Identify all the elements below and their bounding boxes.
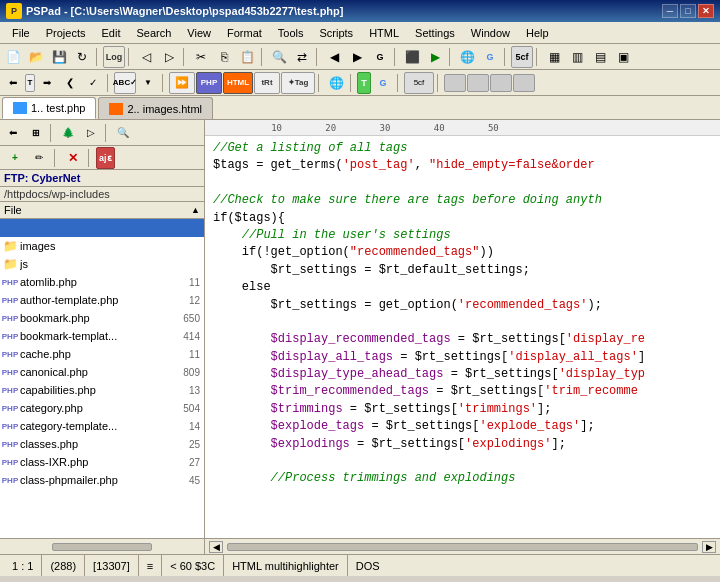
menu-view[interactable]: View xyxy=(179,22,219,43)
sep-l3 xyxy=(54,149,58,167)
undo-button[interactable]: ◁ xyxy=(135,46,157,68)
file-name: images xyxy=(20,240,172,252)
log-button[interactable]: Log xyxy=(103,46,125,68)
list-item[interactable]: PHP bookmark-templat... 414 xyxy=(0,327,204,345)
t-button[interactable]: T xyxy=(357,72,371,94)
ctag-icon[interactable]: ✦Tag xyxy=(281,72,315,94)
file-name-input[interactable] xyxy=(20,222,140,234)
view4-button[interactable]: ▣ xyxy=(612,46,634,68)
5cf-button[interactable]: 5cf xyxy=(404,72,434,94)
globe-button[interactable]: 🌐 xyxy=(325,72,347,94)
tab-test-php[interactable]: 1.. test.php xyxy=(2,97,96,119)
view-btn-c[interactable] xyxy=(490,74,512,92)
stop-button[interactable]: ⬛ xyxy=(401,46,423,68)
browser-button[interactable]: 🌐 xyxy=(456,46,478,68)
tag-icon[interactable]: tRt xyxy=(254,72,280,94)
paste-button[interactable]: 📋 xyxy=(236,46,258,68)
menu-format[interactable]: Format xyxy=(219,22,270,43)
view2-button[interactable]: ▥ xyxy=(566,46,588,68)
list-item[interactable]: PHP category-template... 14 xyxy=(0,417,204,435)
menu-settings[interactable]: Settings xyxy=(407,22,463,43)
new-button[interactable]: 📄 xyxy=(2,46,24,68)
cut-button[interactable]: ✂ xyxy=(190,46,212,68)
prev-button[interactable]: ◀ xyxy=(323,46,345,68)
scroll-left-button[interactable]: ◀ xyxy=(209,541,223,553)
separator-9 xyxy=(536,48,540,66)
next-button[interactable]: ▶ xyxy=(346,46,368,68)
left-tree-icon[interactable]: 🌲 xyxy=(57,122,79,144)
view3-button[interactable]: ▤ xyxy=(589,46,611,68)
refresh-button[interactable]: ↻ xyxy=(71,46,93,68)
menu-window[interactable]: Window xyxy=(463,22,518,43)
menu-file[interactable]: File xyxy=(4,22,38,43)
char-count: (288) xyxy=(42,555,85,576)
indent-button[interactable]: ⬅ xyxy=(2,72,24,94)
file-sort-icon[interactable]: ▲ xyxy=(191,205,200,215)
scroll-right-button[interactable]: ▶ xyxy=(702,541,716,553)
file-name: canonical.php xyxy=(20,366,172,378)
view-btn-d[interactable] xyxy=(513,74,535,92)
search-button[interactable]: 🔍 xyxy=(268,46,290,68)
list-item[interactable]: PHP category.php 504 xyxy=(0,399,204,417)
jump-button[interactable]: G xyxy=(369,46,391,68)
maximize-button[interactable]: □ xyxy=(680,4,696,18)
list-item[interactable]: PHP atomlib.php 11 xyxy=(0,273,204,291)
list-item[interactable]: PHP canonical.php 809 xyxy=(0,363,204,381)
code-hscroll[interactable]: ◀ ▶ xyxy=(205,539,720,554)
menu-tools[interactable]: Tools xyxy=(270,22,312,43)
redo-button[interactable]: ▷ xyxy=(158,46,180,68)
list-item[interactable]: 📁 images xyxy=(0,237,204,255)
list-item[interactable]: PHP capabilities.php 13 xyxy=(0,381,204,399)
open-button[interactable]: 📂 xyxy=(25,46,47,68)
menu-projects[interactable]: Projects xyxy=(38,22,94,43)
menu-scripts[interactable]: Scripts xyxy=(312,22,362,43)
left-expand-icon[interactable]: ▷ xyxy=(80,122,102,144)
left-panel-hscroll[interactable] xyxy=(0,539,205,554)
google-button[interactable]: G xyxy=(479,46,501,68)
file-list[interactable]: 📁 images 📁 js PHP atomlib.php 11 PHP aut… xyxy=(0,219,204,538)
file-size: 27 xyxy=(172,457,202,468)
g-button[interactable]: G xyxy=(372,72,394,94)
code-scroll[interactable]: //Get a listing of all tags $tags = get_… xyxy=(205,136,720,538)
left-delete-icon[interactable]: ✕ xyxy=(62,147,84,169)
tab-images-html[interactable]: 2.. images.html xyxy=(98,97,213,119)
list-item[interactable]: PHP bookmark.php 650 xyxy=(0,309,204,327)
left-add-icon[interactable]: + xyxy=(4,147,26,169)
file-input-item[interactable] xyxy=(0,219,204,237)
hscrollbar-thumb xyxy=(227,543,698,551)
menu-search[interactable]: Search xyxy=(128,22,179,43)
menu-html[interactable]: HTML xyxy=(361,22,407,43)
tab-label-2: 2.. images.html xyxy=(127,103,202,115)
left-search-icon[interactable]: 🔍 xyxy=(112,122,134,144)
config-button[interactable]: 5cf xyxy=(511,46,533,68)
list-item[interactable]: PHP author-template.php 12 xyxy=(0,291,204,309)
menu-help[interactable]: Help xyxy=(518,22,557,43)
bracket-button[interactable]: ❮ xyxy=(59,72,81,94)
outdent-button[interactable]: ➡ xyxy=(36,72,58,94)
run-button[interactable]: ▶ xyxy=(424,46,446,68)
left-back-icon[interactable]: ⬅ xyxy=(2,122,24,144)
copy-button[interactable]: ⎘ xyxy=(213,46,235,68)
minimize-button[interactable]: ─ xyxy=(662,4,678,18)
spell-button[interactable]: ABC✓ xyxy=(114,72,136,94)
spell-opt-button[interactable]: ▼ xyxy=(137,72,159,94)
close-button[interactable]: ✕ xyxy=(698,4,714,18)
replace-button[interactable]: ⇄ xyxy=(291,46,313,68)
menu-edit[interactable]: Edit xyxy=(93,22,128,43)
list-item[interactable]: PHP cache.php 11 xyxy=(0,345,204,363)
list-item[interactable]: PHP classes.php 25 xyxy=(0,435,204,453)
list-item[interactable]: PHP class-IXR.php 27 xyxy=(0,453,204,471)
php-file-icon: PHP xyxy=(2,311,18,325)
ruler: 10 20 30 40 50 xyxy=(205,120,720,136)
left-filter-icon[interactable]: ⊞ xyxy=(25,122,47,144)
check-button[interactable]: ✓ xyxy=(82,72,104,94)
list-item[interactable]: 📁 js xyxy=(0,255,204,273)
left-edit-icon[interactable]: ✏ xyxy=(28,147,50,169)
view-btn-b[interactable] xyxy=(467,74,489,92)
view1-button[interactable]: ▦ xyxy=(543,46,565,68)
php-file-icon: PHP xyxy=(2,329,18,343)
view-btn-a[interactable] xyxy=(444,74,466,92)
save-button[interactable]: 💾 xyxy=(48,46,70,68)
list-item[interactable]: PHP class-phpmailer.php 45 xyxy=(0,471,204,489)
format-btn1[interactable]: ⏩ xyxy=(169,72,195,94)
